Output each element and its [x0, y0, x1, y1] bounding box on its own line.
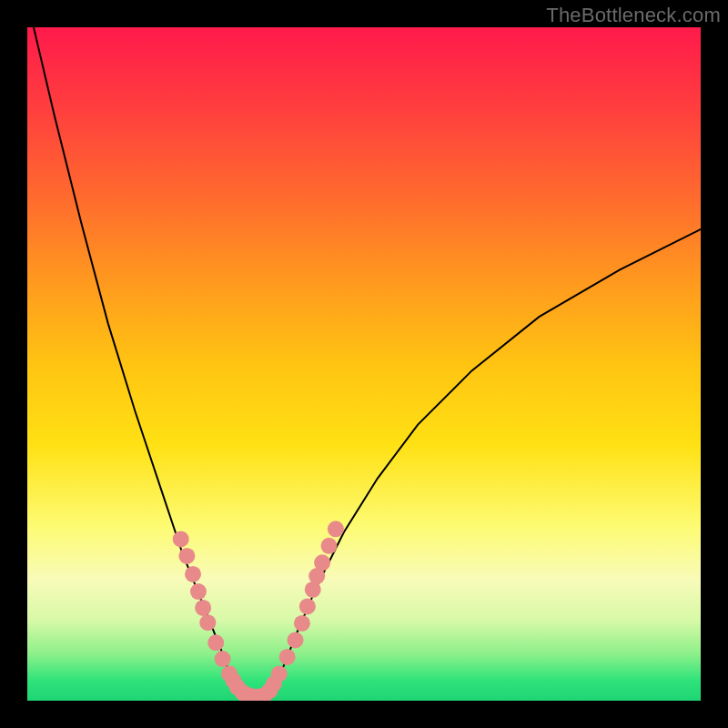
- chart-stage: TheBottleneck.com: [0, 0, 728, 728]
- highlight-dot: [314, 554, 330, 571]
- bottleneck-curve: [27, 27, 701, 697]
- dot-cluster: [173, 521, 344, 701]
- highlight-dot: [328, 521, 344, 537]
- highlight-dot: [279, 649, 296, 665]
- highlight-dot: [271, 665, 288, 682]
- highlight-dot: [321, 538, 338, 554]
- highlight-dot: [207, 634, 224, 651]
- highlight-dot: [195, 600, 211, 616]
- highlight-dot: [185, 566, 201, 582]
- watermark-text: TheBottleneck.com: [546, 4, 721, 27]
- highlight-dot: [173, 531, 189, 547]
- highlight-dot: [288, 632, 304, 648]
- highlight-dot: [299, 598, 316, 614]
- highlight-dot: [294, 615, 310, 632]
- chart-svg: [27, 27, 701, 701]
- highlight-dot: [178, 548, 195, 564]
- highlight-dot: [215, 651, 231, 667]
- highlight-dot: [190, 583, 207, 600]
- highlight-dot: [199, 614, 216, 631]
- plot-area: [27, 27, 701, 701]
